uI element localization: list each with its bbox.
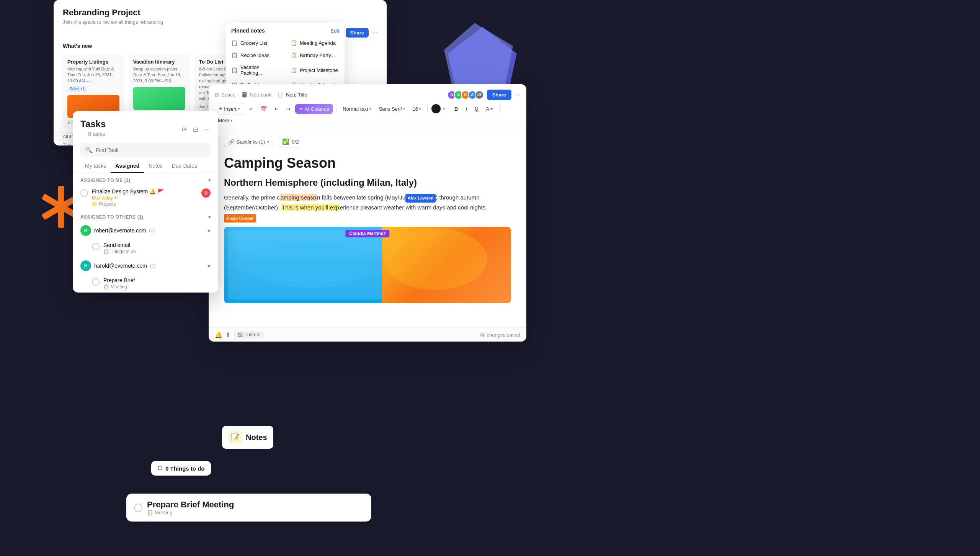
meeting-checkbox[interactable]: [134, 504, 142, 512]
pinned-recipe-ideas[interactable]: 📋 Recipe Ideas: [226, 49, 285, 61]
backlinks-btn[interactable]: 🔗 Backlinks (1) ▾: [224, 137, 273, 147]
task-prepare-brief[interactable]: Prepare Brief 📋 Meeting: [73, 274, 218, 293]
note-scroll-area[interactable]: 🔗 Backlinks (1) ▾ ✅ 0/2 Camping Season N…: [209, 128, 526, 327]
bold-btn[interactable]: B: [451, 105, 461, 113]
check-circle-icon: ✅: [282, 138, 289, 145]
note-editor-window: ⊞ Space › 📓 Notebook › 📄 Note Title A C …: [209, 84, 526, 342]
card-1-body: Meeting with Yuki Date & Time:Tue, Jun 1…: [67, 66, 119, 84]
more-button[interactable]: ···: [372, 29, 377, 37]
location-remove[interactable]: ✕: [256, 332, 260, 337]
card-1-title: Property Listings: [67, 59, 119, 65]
robert-count: (1): [149, 228, 155, 233]
robert-user-row[interactable]: R robert@evernote.com (1) ▾: [73, 222, 218, 239]
pinned-grocery-list[interactable]: 📋 Grocery List: [226, 37, 285, 49]
ai-cleanup-button[interactable]: ✦ AI Cleanup: [295, 104, 333, 114]
font-btn[interactable]: Sans Serif ▾: [376, 105, 408, 113]
upload-icon[interactable]: ⬆: [225, 331, 230, 339]
insert-button[interactable]: + Insert ▾: [215, 103, 244, 114]
harold-chevron: ▾: [207, 262, 211, 270]
send-email-icon: 📋: [103, 249, 109, 254]
underline-btn[interactable]: U: [472, 105, 481, 113]
undo-btn[interactable]: ↩: [271, 105, 282, 113]
insert-label: Insert: [224, 106, 237, 112]
redo-btn[interactable]: ↪: [283, 105, 294, 113]
task-finalize-name: Finalize Design System 🔔 🚩: [92, 188, 198, 195]
note-avatar-stack: A C D A +9: [447, 90, 484, 100]
toolbar-div-4: [499, 105, 500, 113]
tasks-filter-btn[interactable]: ⊟: [191, 124, 199, 135]
pinned-birthday[interactable]: 📋 Birthday Party...: [285, 49, 345, 61]
task-finalize-project-icon: 📁: [92, 201, 98, 207]
italic-btn[interactable]: I: [463, 105, 470, 113]
prepare-brief-meeting: Meeting: [111, 284, 127, 289]
pinned-edit-link[interactable]: Edit: [331, 28, 339, 34]
tab-notes[interactable]: Notes: [144, 160, 167, 173]
tab-due-dates[interactable]: Due Dates: [167, 160, 202, 173]
prepare-brief-icon: 📋: [103, 284, 109, 289]
send-email-name: Send email: [103, 242, 211, 248]
tasks-search-bar[interactable]: 🔍: [80, 143, 211, 157]
pinned-icon-1: 📋: [231, 40, 237, 46]
harold-user-row[interactable]: H harold@evernote.com (1) ▾: [73, 257, 218, 274]
card-2-title: Vacation Itinerary: [133, 59, 185, 65]
location-label: Turin: [245, 332, 255, 337]
alex-lawson-badge: Alex Lawson: [405, 194, 436, 203]
calendar-btn[interactable]: 📅: [258, 105, 270, 113]
color-picker-btn[interactable]: [431, 103, 441, 114]
check-btn[interactable]: ✓: [246, 105, 256, 113]
share-button[interactable]: Share: [346, 28, 369, 38]
note-more-button[interactable]: ···: [514, 91, 520, 99]
things-to-do-badge[interactable]: ☐ 0 Things to do: [151, 461, 211, 476]
note-toolbar: + Insert ▾ ✓ 📅 ↩ ↪ ✦ AI Cleanup Normal t…: [209, 100, 526, 128]
pinned-label-5: Vacation Packing...: [240, 64, 280, 76]
tab-my-tasks[interactable]: My tasks: [80, 160, 111, 173]
assigned-others-header[interactable]: ASSIGNED TO OTHERS (1) ▾: [73, 210, 218, 222]
bell-icon[interactable]: 🔔: [215, 331, 222, 339]
tasks-search-input[interactable]: [96, 147, 206, 153]
assigned-to-others-section: ASSIGNED TO OTHERS (1) ▾ R robert@everno…: [73, 210, 218, 293]
tasks-refresh-btn[interactable]: ⟳: [180, 124, 188, 135]
note-share-button[interactable]: Share: [487, 90, 511, 100]
task-send-email[interactable]: Send email 📋 Things to do: [73, 239, 218, 257]
notes-badge[interactable]: 📝 Notes: [222, 426, 273, 449]
font-size-btn[interactable]: 16 ▾: [410, 105, 424, 113]
meeting-sub-label: Meeting: [155, 510, 172, 515]
text-color-btn[interactable]: A ▾: [483, 105, 497, 113]
breadcrumb-space[interactable]: Space: [221, 92, 235, 98]
breadcrumb-notebook[interactable]: Notebook: [250, 92, 271, 98]
tab-assigned[interactable]: Assigned: [111, 160, 144, 173]
meeting-icon: 📋: [147, 510, 153, 515]
breadcrumb-note[interactable]: Note Title: [286, 92, 307, 98]
task-finalize-info: Finalize Design System 🔔 🚩 Due today ↻ 📁…: [92, 188, 198, 207]
send-email-checkbox[interactable]: [92, 243, 100, 250]
collab-highlight-1: amping seaso: [280, 194, 317, 201]
task-finalize-avatar: D: [201, 188, 211, 198]
note-meta-row: 🔗 Backlinks (1) ▾ ✅ 0/2: [224, 136, 511, 147]
tasks-more-btn[interactable]: ···: [203, 124, 211, 134]
location-tag[interactable]: 🏠 Turin ✕: [234, 331, 264, 339]
task-finalize[interactable]: Finalize Design System 🔔 🚩 Due today ↻ 📁…: [73, 185, 218, 210]
send-email-sub: 📋 Things to do: [103, 249, 211, 254]
saved-status: All changes saved: [480, 332, 520, 338]
pinned-vacation-packing[interactable]: 📋 Vacation Packing...: [226, 61, 285, 79]
pinned-label-2: Meeting Agenda: [300, 40, 336, 46]
note-titlebar: ⊞ Space › 📓 Notebook › 📄 Note Title A C …: [209, 84, 526, 100]
prepare-brief-checkbox[interactable]: [92, 278, 100, 286]
location-icon: 🏠: [237, 332, 243, 337]
assigned-me-chevron: ▾: [208, 178, 211, 183]
tasks-count-btn[interactable]: ✅ 0/2: [278, 136, 303, 147]
pinned-project-milestone[interactable]: 📋 Project Milestone: [285, 61, 345, 79]
toolbar-div-2: [427, 105, 428, 113]
robert-avatar: R: [80, 225, 91, 236]
assigned-me-header[interactable]: ASSIGNED TO ME (1) ▾: [73, 173, 218, 185]
pinned-notes-title: Pinned notes: [231, 28, 265, 34]
notes-badge-icon: 📝: [228, 430, 242, 444]
task-finalize-checkbox[interactable]: [80, 189, 88, 197]
svg-marker-1: [444, 23, 513, 84]
things-label: 0 Things to do: [165, 465, 205, 472]
card-1-tag: Sales +1: [67, 86, 87, 92]
pinned-meeting-agenda[interactable]: 📋 Meeting Agenda: [285, 37, 345, 49]
prepare-brief-name: Prepare Brief: [103, 277, 211, 283]
tasks-count: 8 tasks: [80, 129, 113, 140]
text-style-btn[interactable]: Normal text ▾: [340, 105, 374, 113]
